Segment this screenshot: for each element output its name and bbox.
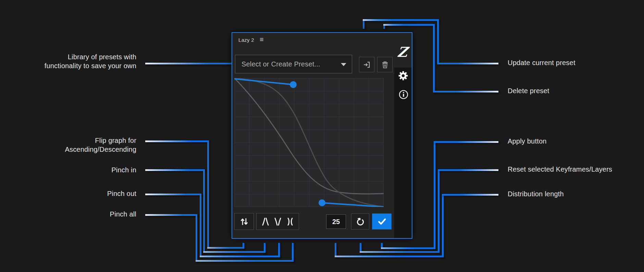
callout-line-pinch-in [203,251,265,253]
panel-title: Lazy 2 [238,37,254,43]
callout-line-apply [434,141,435,249]
callout-line-reset [438,169,439,253]
callout-line-reset [360,251,439,253]
callout-line-update [363,19,439,21]
callout-line-update [437,19,439,64]
pinch-out-button[interactable] [274,217,282,226]
hamburger-icon[interactable]: ≡ [260,36,264,44]
callout-line-library [145,63,232,64]
callout-line-pinch-out [145,194,201,195]
callout-line-flip [207,247,244,249]
callout-line-delete [383,24,435,26]
lazy-plugin-panel: Lazy 2 ≡ Select or Create Preset... [232,32,412,239]
callout-line-flip [207,140,209,249]
pinch-all-button[interactable] [287,217,294,226]
annotation-apply: Apply button [508,137,547,146]
easing-graph[interactable] [234,78,384,207]
callout-line-pinch-all [196,260,294,262]
delete-preset-button[interactable] [377,57,393,72]
gear-icon [398,71,408,81]
annotation-flip: Flip graph for Ascending/Descending [34,136,136,154]
annotation-delete: Delete preset [508,86,549,95]
trash-icon [381,61,389,69]
annotation-library: Library of presets with functionality to… [34,52,136,70]
preset-dropdown[interactable]: Select or Create Preset... [235,55,352,73]
callout-line-pinch-out [200,256,280,257]
callout-line-flip [243,243,244,249]
callout-line-delete [433,91,498,92]
annotation-reset: Reset selected Keyframes/Layers [508,165,612,174]
callout-line-pinch-all [145,214,197,216]
bezier-handle-line-bottom [322,203,384,207]
callout-line-pinch-all [292,243,294,262]
annotated-screenshot: Library of presets with functionality to… [0,0,644,272]
callout-line-distribution [335,256,444,257]
arrow-into-bracket-icon [363,61,371,69]
apply-button[interactable] [372,213,392,230]
annotation-pinch-all: Pinch all [34,210,136,219]
flip-graph-button[interactable] [234,213,254,230]
callout-line-pinch-out [200,194,201,257]
flip-arrows-icon [240,217,249,226]
pinch-in-button[interactable] [262,217,269,226]
pinch-button-group [256,213,299,230]
pinch-out-icon [274,217,282,226]
callout-line-flip [145,140,209,142]
checkmark-icon [377,218,386,226]
bezier-handle-bottom[interactable] [319,199,325,206]
callout-line-apply [434,141,498,143]
info-button[interactable] [399,90,408,101]
bezier-handle-top[interactable] [290,81,297,88]
callout-line-reset [438,169,498,171]
graph-grid [234,78,384,207]
pinch-all-icon [287,217,294,226]
annotation-pinch-in: Pinch in [34,165,136,174]
callout-line-apply [381,247,435,249]
distribution-length-field[interactable] [326,214,346,229]
callout-line-delete [433,24,435,92]
dropdown-caret-icon [341,63,346,66]
callout-line-pinch-in [203,169,205,253]
callout-line-update [437,63,498,64]
preset-dropdown-value: Select or Create Preset... [242,60,320,68]
pinch-in-icon [262,217,269,226]
info-icon [399,90,408,99]
lazy-z-logo: Z [397,45,408,59]
settings-button[interactable] [398,71,408,82]
callout-line-pinch-in [264,243,265,253]
callout-line-pinch-out [278,243,280,257]
annotation-pinch-out: Pinch out [34,189,136,198]
update-preset-button[interactable] [359,57,374,72]
reset-button[interactable] [351,213,369,230]
annotation-update: Update current preset [508,58,575,67]
callout-line-pinch-all [196,214,197,262]
callout-line-distribution [335,243,336,257]
reset-arrow-icon [356,217,365,226]
annotation-distribution: Distribution length [508,189,564,198]
callout-line-distribution [442,194,498,196]
callout-line-pinch-in [145,169,205,171]
callout-line-distribution [442,194,444,257]
